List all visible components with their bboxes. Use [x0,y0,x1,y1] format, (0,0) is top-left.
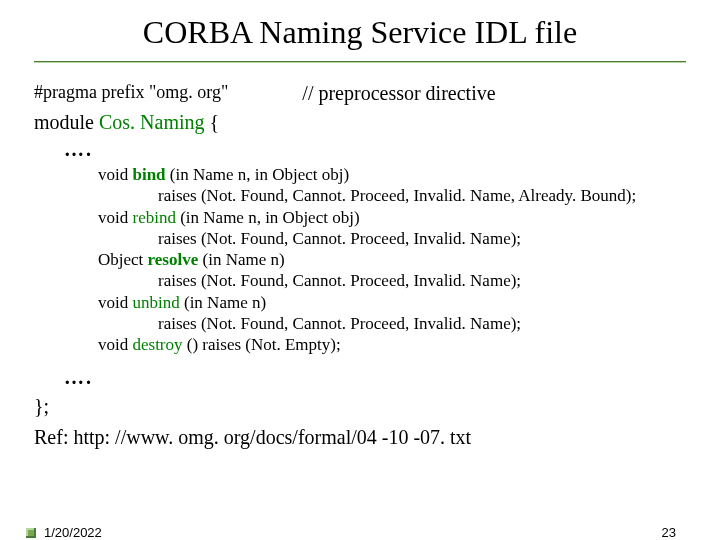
code-line-destroy: void destroy () raises (Not. Empty); [98,334,686,355]
fn-destroy: destroy [132,335,182,354]
code-line-bind: void bind (in Name n, in Object obj) [98,164,686,185]
code-line-raises: raises (Not. Found, Cannot. Proceed, Inv… [98,228,686,249]
params: (in Name n) [198,250,284,269]
code-line-raises: raises (Not. Found, Cannot. Proceed, Inv… [98,313,686,334]
pragma-text: #pragma prefix "omg. org" [34,81,228,106]
code-block: void bind (in Name n, in Object obj) rai… [98,164,686,355]
module-line: module Cos. Naming { [34,110,686,135]
fn-resolve: resolve [148,250,199,269]
fn-unbind: unbind [132,293,179,312]
module-name: Cos. Naming [99,111,205,133]
kw-object: Object [98,250,148,269]
module-keyword: module [34,111,99,133]
code-line-raises: raises (Not. Found, Cannot. Proceed, Inv… [98,185,686,206]
kw-void: void [98,208,132,227]
kw-void: void [98,293,132,312]
code-line-raises: raises (Not. Found, Cannot. Proceed, Inv… [98,270,686,291]
content: #pragma prefix "omg. org" // preprocesso… [34,81,686,450]
fn-rebind: rebind [132,208,175,227]
kw-void: void [98,165,132,184]
fn-bind: bind [132,165,165,184]
module-brace: { [205,111,220,133]
kw-void: void [98,335,132,354]
code-line-rebind: void rebind (in Name n, in Object obj) [98,207,686,228]
footer-date: 1/20/2022 [44,525,102,540]
params: () raises (Not. Empty); [183,335,341,354]
params: (in Name n, in Object obj) [166,165,350,184]
params: (in Name n, in Object obj) [176,208,360,227]
ellipsis-bottom: …. [64,365,686,390]
pragma-row: #pragma prefix "omg. org" // preprocesso… [34,81,686,106]
reference-link: Ref: http: //www. omg. org/docs/formal/0… [34,425,686,450]
ellipsis-top: …. [64,137,686,162]
code-line-resolve: Object resolve (in Name n) [98,249,686,270]
footer: 1/20/2022 23 [0,525,720,540]
params: (in Name n) [180,293,266,312]
preprocessor-comment: // preprocessor directive [302,81,495,106]
title-underline [34,61,686,63]
closing-brace: }; [34,394,686,419]
page-title: CORBA Naming Service IDL file [0,14,720,51]
code-line-unbind: void unbind (in Name n) [98,292,686,313]
footer-page-number: 23 [662,525,676,540]
slide: CORBA Naming Service IDL file #pragma pr… [0,14,720,540]
